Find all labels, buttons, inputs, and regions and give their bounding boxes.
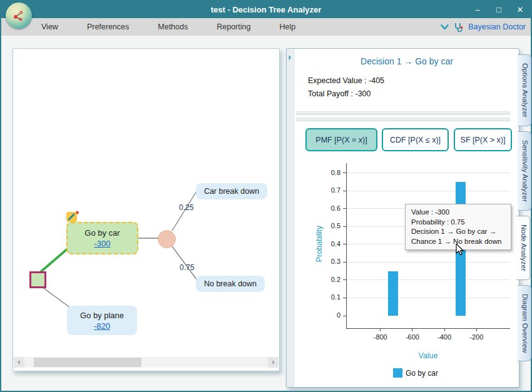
mouse-cursor-icon xyxy=(456,244,466,259)
x-tick-label: -400 xyxy=(429,333,460,341)
bar[interactable] xyxy=(388,271,398,316)
decision-node-root[interactable] xyxy=(29,271,46,288)
x-axis-title: Value xyxy=(346,351,510,360)
scroll-right-button[interactable]: › xyxy=(268,357,279,368)
grid-line xyxy=(347,262,510,263)
y-tick-label: 0.7 xyxy=(319,186,340,194)
grid-line xyxy=(347,298,510,298)
payoff-link-go-by-car[interactable]: -300 xyxy=(94,239,110,248)
probability-label-car-break-down: 0.25 xyxy=(179,203,193,212)
horizontal-scrollbar[interactable]: ‹ › xyxy=(14,357,279,368)
expected-value-text: Expected Value : -405 xyxy=(308,76,384,85)
option-node-go-by-car[interactable]: Go by car -300 xyxy=(66,222,138,254)
node-analyzer-panel: › Decision 1 → Go by car Expected Value … xyxy=(286,48,519,388)
minimize-button[interactable]: – xyxy=(472,5,483,14)
y-tick-mark xyxy=(343,262,346,263)
y-tick-mark xyxy=(343,226,346,227)
close-button[interactable]: ✕ xyxy=(514,5,526,14)
scroll-left-button[interactable]: ‹ xyxy=(14,357,24,368)
x-tick-mark xyxy=(412,328,412,331)
y-tick-label: 0.6 xyxy=(319,204,340,212)
separator-bar[interactable] xyxy=(296,118,510,121)
y-tick-mark xyxy=(343,244,346,244)
x-tick-mark xyxy=(476,328,477,331)
chart-tooltip: Value : -300 Probability : 0.75 Decision… xyxy=(405,204,511,250)
chart-legend: Go by car xyxy=(393,368,438,378)
tab-diagram-overview[interactable]: Diagram Overview xyxy=(518,285,531,362)
title-bar: test - Decision Tree Analyzer – □ ✕ xyxy=(1,1,531,18)
menu-view[interactable]: View xyxy=(38,20,62,34)
outcome-label: Car break down xyxy=(204,187,259,196)
y-tick-mark xyxy=(343,316,346,316)
legend-label: Go by car xyxy=(406,369,438,378)
y-tick-mark xyxy=(343,298,346,298)
expand-panel-icon[interactable]: › xyxy=(288,51,291,62)
window-title: test - Decision Tree Analyzer xyxy=(1,5,531,14)
grid-line xyxy=(347,173,510,173)
y-tick-label: 0.2 xyxy=(319,276,340,283)
x-tick-label: -200 xyxy=(461,333,492,341)
grid-line xyxy=(347,191,510,191)
diagram-canvas[interactable]: Go by car -300 0.25 0.75 Car break down … xyxy=(13,48,280,371)
x-tick-mark xyxy=(380,328,381,331)
x-tick-label: -600 xyxy=(397,333,428,341)
y-tick-mark xyxy=(343,279,346,280)
panel-title: Decision 1 → Go by car xyxy=(295,56,519,66)
scroll-thumb[interactable] xyxy=(34,358,141,367)
tab-options-analyzer[interactable]: Options Analyzer xyxy=(518,54,531,126)
total-payoff-text: Total Payoff : -300 xyxy=(308,89,371,98)
menu-preferences[interactable]: Preferences xyxy=(83,20,133,34)
maximize-button[interactable]: □ xyxy=(493,5,504,14)
outcome-node-no-break-down[interactable]: No break down xyxy=(196,276,265,292)
outcome-label: No break down xyxy=(204,279,257,288)
y-tick-mark xyxy=(343,208,346,209)
bayesian-doctor-link[interactable]: Bayesian Doctor xyxy=(468,23,526,31)
menu-methods[interactable]: Methods xyxy=(154,20,192,34)
option-node-go-by-plane[interactable]: Go by plane -820 xyxy=(67,306,137,335)
option-label: Go by plane xyxy=(80,311,124,320)
tab-node-analyzer[interactable]: Node Analyzer xyxy=(516,216,530,280)
outcome-node-car-break-down[interactable]: Car break down xyxy=(196,183,267,199)
probability-label-no-break-down: 0.75 xyxy=(180,263,194,272)
y-tick-label: 0.8 xyxy=(319,169,340,176)
tree-graph-icon xyxy=(11,8,27,24)
grid-line xyxy=(347,279,510,280)
y-tick-mark xyxy=(343,173,346,173)
y-tick-mark xyxy=(343,191,346,191)
menu-reporting[interactable]: Reporting xyxy=(213,20,254,34)
payoff-link-go-by-plane[interactable]: -820 xyxy=(94,321,110,331)
panel-gutter xyxy=(287,49,295,387)
analyzer-tab-strip: Options Analyzer Sensitivity Analyzer No… xyxy=(518,54,531,361)
y-tick-label: 0.1 xyxy=(319,293,340,301)
cdf-button[interactable]: CDF [P(X ≤ x)] xyxy=(382,128,449,151)
tooltip-path-line1: Decision 1 → Go by car → xyxy=(411,227,505,237)
sf-button[interactable]: SF [P(X > x)] xyxy=(454,128,512,151)
menu-items: View Preferences Methods Reporting Help xyxy=(38,20,299,34)
tab-sensitivity-analyzer[interactable]: Sensitivity Analyzer xyxy=(518,131,531,211)
tooltip-probability: Probability : 0.75 xyxy=(411,218,505,228)
chevron-down-icon[interactable] xyxy=(441,24,449,30)
y-axis-title: Probability xyxy=(315,219,324,269)
pmf-button[interactable]: PMF [P(X = x)] xyxy=(305,128,377,151)
separator-bar[interactable] xyxy=(296,111,510,115)
menu-bar: View Preferences Methods Reporting Help … xyxy=(1,18,531,36)
tree-edges xyxy=(13,49,279,371)
tooltip-value: Value : -300 xyxy=(411,208,505,218)
y-tick-label: 0 xyxy=(319,311,340,319)
app-logo-icon xyxy=(6,3,32,29)
x-tick-mark xyxy=(444,328,445,331)
x-tick-label: -800 xyxy=(365,333,396,341)
legend-swatch xyxy=(393,368,402,378)
menu-help[interactable]: Help xyxy=(275,20,299,34)
app-window: test - Decision Tree Analyzer – □ ✕ View… xyxy=(0,0,532,392)
window-controls: – □ ✕ xyxy=(472,1,526,18)
menu-right-area: Bayesian Doctor xyxy=(441,23,526,32)
chance-node[interactable] xyxy=(158,230,176,248)
stethoscope-icon xyxy=(454,23,463,32)
option-label: Go by car xyxy=(84,228,120,238)
